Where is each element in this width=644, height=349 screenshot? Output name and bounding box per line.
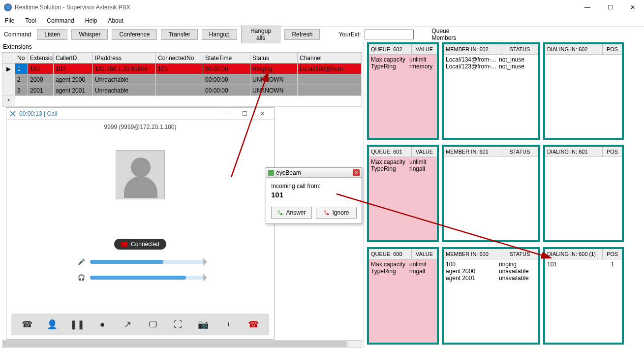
queue-card: QUEUE: 602VALUE Max capacityTypeRingunli… <box>367 42 439 140</box>
phone-answer-icon <box>277 209 284 216</box>
hangup-alls-button[interactable]: Hangup alls <box>241 26 281 43</box>
sp-maximize-button[interactable]: ☐ <box>236 110 253 117</box>
horizontal-scrollbar[interactable] <box>2 340 362 348</box>
col-extension[interactable]: Extension <box>28 53 54 63</box>
col-ip[interactable]: IPaddress <box>93 53 156 63</box>
command-toolbar: Command Listen Whisper Conference Transf… <box>0 27 644 42</box>
mic-icon: 🎤 <box>78 258 85 265</box>
menu-bar: File Tool Command Help About <box>0 15 644 27</box>
transfer-call-button[interactable]: ↗ <box>119 317 136 332</box>
app-icon <box>4 3 12 11</box>
avatar-icon <box>116 150 165 199</box>
col-callerid[interactable]: CallerID <box>54 53 93 63</box>
col-status[interactable]: Status <box>250 53 298 63</box>
refresh-button[interactable]: Refresh <box>284 29 320 40</box>
col-no[interactable]: No <box>15 53 28 63</box>
col-statetime[interactable]: StateTime <box>203 53 250 63</box>
softphone-toolbar: ☎ 👤 ❚❚ ● ↗ 🖵 ⛶ 📷 i ☎ <box>11 314 269 335</box>
mic-slider[interactable] <box>90 260 203 264</box>
sp-minimize-button[interactable]: — <box>218 110 236 117</box>
sp-close-button[interactable]: ✕ <box>253 110 271 117</box>
dialing-card: DIALING IN: 601POS <box>543 145 624 242</box>
your-ext-label: YourExt: <box>338 31 361 38</box>
fullscreen-button[interactable]: ⛶ <box>169 317 187 332</box>
queue-card: QUEUE: 600VALUE Max capacityTypeRingunli… <box>367 247 439 345</box>
hangup-call-button[interactable]: ☎ <box>245 317 262 332</box>
member-card: MEMBER IN: 601STATUS <box>442 145 540 242</box>
command-label: Command <box>4 31 31 38</box>
ignore-button[interactable]: Ignore <box>316 207 357 219</box>
menu-command[interactable]: Command <box>47 17 74 24</box>
window-title: Realtime Solution - Supervisor Astersik … <box>15 4 130 11</box>
dialing-card: DIALING IN: 602POS <box>543 42 624 140</box>
record-icon <box>121 242 128 247</box>
dialpad-button[interactable]: ☎ <box>18 317 36 332</box>
add-contact-button[interactable]: 👤 <box>43 317 61 332</box>
close-button[interactable]: ✕ <box>621 0 644 15</box>
softphone-time: 00:00:13 <box>19 110 42 117</box>
your-ext-input[interactable] <box>365 30 414 39</box>
extensions-table: No Extension CallerID IPaddress Connecte… <box>2 52 362 107</box>
member-card: MEMBER IN: 600STATUS 100ringingagent 200… <box>442 247 540 345</box>
pause-button[interactable]: ❚❚ <box>68 317 86 332</box>
queue-card: QUEUE: 601VALUE Max capacityTypeRingunli… <box>367 145 439 242</box>
connection-status: Connected <box>114 239 166 250</box>
eyebeam-title: eyeBeam <box>276 169 301 176</box>
answer-button[interactable]: Answer <box>271 207 312 219</box>
incoming-call-label: Incoming call from: <box>271 183 357 190</box>
member-card: MEMBER IN: 602STATUS Local/134@from-...n… <box>442 42 540 140</box>
menu-tool[interactable]: Tool <box>25 17 36 24</box>
info-button[interactable]: i <box>219 317 237 332</box>
whisper-button[interactable]: Whisper <box>71 29 108 40</box>
speaker-slider[interactable] <box>90 276 203 280</box>
title-bar: Realtime Solution - Supervisor Astersik … <box>0 0 644 15</box>
video-button[interactable]: 📷 <box>194 317 212 332</box>
menu-file[interactable]: File <box>5 17 14 24</box>
listen-button[interactable]: Listen <box>37 29 67 40</box>
queue-members-label: Queue Members <box>431 28 467 41</box>
screen-share-button[interactable]: 🖵 <box>144 317 162 332</box>
softphone-window: 00:00:13 | Call — ☐ ✕ 9999 (9999@172.20.… <box>6 107 275 340</box>
hangup-button[interactable]: Hangup <box>202 29 237 40</box>
eyebeam-popup: eyeBeam ✕ Incoming call from: 101 Answer… <box>266 167 362 224</box>
table-row[interactable]: 32001agent 2001Unreachable00:00:00UNKNOW… <box>2 85 362 96</box>
record-button[interactable]: ● <box>93 317 111 332</box>
eyebeam-icon <box>268 170 274 176</box>
col-connected[interactable]: ConnectedNo <box>156 53 203 63</box>
table-row[interactable]: 22000agent 2000Unreachable00:00:00UNKNOW… <box>2 74 362 85</box>
softphone-header: 9999 (9999@172.20.1.100) <box>10 124 270 130</box>
speaker-icon: 🎧 <box>78 274 85 281</box>
softphone-call-label: Call <box>47 110 58 117</box>
eyebeam-close-button[interactable]: ✕ <box>353 169 360 176</box>
phone-ignore-icon <box>323 209 330 216</box>
transfer-button[interactable]: Transfer <box>161 29 197 40</box>
conference-button[interactable]: Conference <box>112 29 157 40</box>
menu-about[interactable]: About <box>108 17 123 24</box>
extensions-label: Extensions <box>2 42 362 52</box>
maximize-button[interactable]: ☐ <box>599 0 621 15</box>
dialing-card: DIALING IN: 600 (1)POS 1011 <box>543 247 624 345</box>
table-row[interactable]: ▶1100100192.168.1.20:6160410100:00:00Rin… <box>2 63 362 74</box>
softphone-icon <box>9 110 16 117</box>
col-channel[interactable]: Channel <box>298 53 362 63</box>
menu-help[interactable]: Help <box>85 17 97 24</box>
incoming-call-number: 101 <box>271 190 357 199</box>
minimize-button[interactable]: — <box>576 0 599 15</box>
